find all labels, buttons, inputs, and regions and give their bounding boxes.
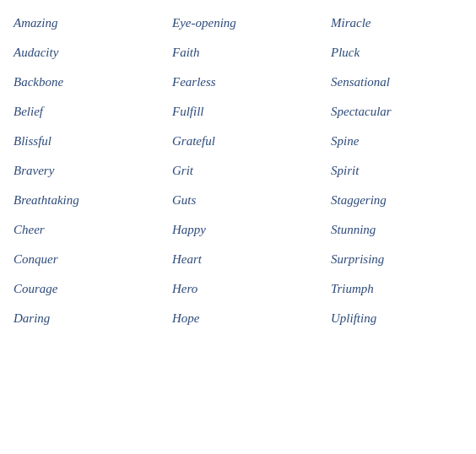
word-item: Surprising	[317, 245, 476, 274]
word-item: Eye-opening	[159, 8, 317, 38]
word-item: Amazing	[0, 8, 159, 38]
word-item: Hero	[159, 274, 317, 304]
word-item: Stunning	[317, 215, 476, 245]
word-item: Triumph	[317, 274, 476, 304]
word-item: Faith	[159, 38, 317, 68]
word-item: Miracle	[317, 8, 476, 38]
word-item: Fulfill	[159, 97, 317, 127]
word-item: Backbone	[0, 68, 159, 97]
word-item: Uplifting	[317, 304, 476, 333]
word-item: Fearless	[159, 68, 317, 97]
word-item: Guts	[159, 186, 317, 215]
word-item: Audacity	[0, 38, 159, 68]
word-item: Breathtaking	[0, 186, 159, 215]
word-item: Bravery	[0, 156, 159, 186]
word-item: Pluck	[317, 38, 476, 68]
word-item: Heart	[159, 245, 317, 274]
word-item: Conquer	[0, 245, 159, 274]
word-item: Blissful	[0, 127, 159, 156]
word-item: Daring	[0, 304, 159, 333]
word-grid: AmazingEye-openingMiracleAudacityFaithPl…	[0, 8, 476, 333]
word-item: Happy	[159, 215, 317, 245]
word-item: Spirit	[317, 156, 476, 186]
word-item: Spine	[317, 127, 476, 156]
word-item: Belief	[0, 97, 159, 127]
word-item: Grateful	[159, 127, 317, 156]
word-item: Hope	[159, 304, 317, 333]
word-item: Cheer	[0, 215, 159, 245]
word-item: Sensational	[317, 68, 476, 97]
word-item: Grit	[159, 156, 317, 186]
word-item: Spectacular	[317, 97, 476, 127]
word-item: Staggering	[317, 186, 476, 215]
word-item: Courage	[0, 274, 159, 304]
